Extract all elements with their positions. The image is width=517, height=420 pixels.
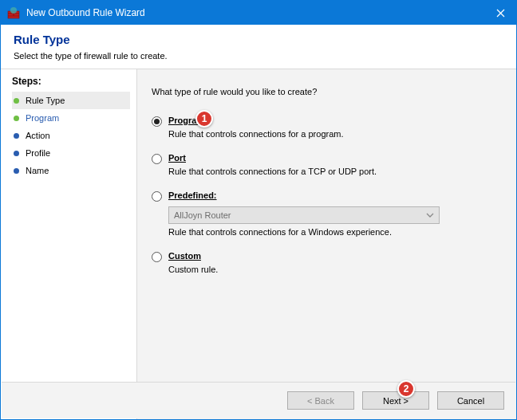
cancel-button[interactable]: Cancel [437,391,504,410]
step-bullet-icon [14,168,19,174]
step-item-name: Name [12,162,130,179]
step-label: Action [26,131,50,140]
step-label: Name [26,166,49,175]
option-label: Predefined: [168,190,217,200]
rule-type-option-predefined: Predefined:AllJoyn RouterRule that contr… [152,190,502,237]
steps-heading: Steps: [12,76,136,87]
step-label: Program [26,113,59,123]
steps-sidebar: Steps: Rule TypeProgramActionProfileName [1,69,136,419]
main-prompt: What type of rule would you like to crea… [152,87,502,96]
step-bullet-icon [14,133,19,139]
wizard-header: Rule Type Select the type of firewall ru… [1,25,516,69]
step-item-action: Action [12,127,130,144]
wizard-window: New Outbound Rule Wizard Rule Type Selec… [0,0,517,420]
next-button[interactable]: Next > [362,391,429,410]
rule-type-radio[interactable] [152,116,162,127]
step-item-program[interactable]: Program [12,109,130,127]
wizard-footer: < Back Next > 2 Cancel [2,383,515,418]
titlebar: New Outbound Rule Wizard [1,1,516,25]
firewall-icon [7,6,20,19]
svg-point-6 [10,7,17,14]
option-label: Port [168,153,186,163]
option-description: Rule that controls connections for a TCP… [168,167,502,176]
rule-type-radio[interactable] [152,252,162,262]
rule-type-radio[interactable] [152,191,162,202]
annotation-callout-2: 2 [397,380,415,398]
step-bullet-icon [14,151,19,156]
option-description: Custom rule. [168,265,502,274]
window-close-button[interactable] [484,1,516,25]
rule-type-option-port: PortRule that controls connections for a… [152,153,502,176]
step-item-profile: Profile [12,144,130,162]
step-item-rule-type: Rule Type [12,92,130,109]
rule-type-radio[interactable] [152,154,162,164]
option-label: Custom [168,251,201,261]
window-title: New Outbound Rule Wizard [26,7,484,18]
main-panel: What type of rule would you like to crea… [136,69,516,419]
back-button[interactable]: < Back [287,391,354,410]
rule-type-option-custom: CustomCustom rule. [152,251,502,274]
predefined-dropdown[interactable]: AllJoyn Router [168,206,440,224]
step-bullet-icon [14,98,19,104]
step-label: Rule Type [26,96,65,105]
step-bullet-icon [14,116,19,121]
close-icon [496,9,505,18]
option-description: Rule that controls connections for a Win… [168,227,502,237]
step-label: Profile [26,148,50,158]
chevron-down-icon [426,211,434,221]
page-subtitle: Select the type of firewall rule to crea… [14,51,503,61]
annotation-callout-1: 1 [195,110,213,128]
option-description: Rule that controls connections for a pro… [168,129,502,139]
page-title: Rule Type [14,33,503,46]
dropdown-value: AllJoyn Router [174,210,231,220]
